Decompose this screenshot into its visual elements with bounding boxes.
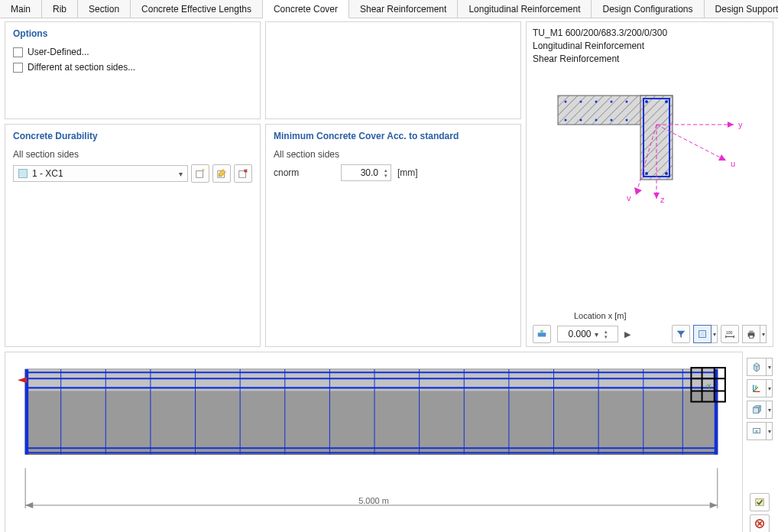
- svg-point-14: [580, 101, 582, 103]
- svg-point-17: [626, 101, 628, 103]
- svg-rect-45: [749, 336, 753, 339]
- axes-menu[interactable]: ▾: [767, 379, 773, 397]
- tab-effective-lengths[interactable]: Concrete Effective Lengths: [131, 0, 263, 18]
- options-panel: Options User-Defined... Different at sec…: [5, 21, 261, 119]
- durability-edit-button[interactable]: [212, 164, 231, 183]
- svg-point-19: [580, 119, 582, 122]
- axes-button[interactable]: y: [747, 379, 767, 397]
- nav-cube-menu[interactable]: ▾: [767, 401, 773, 419]
- print-button[interactable]: [742, 325, 760, 343]
- location-next-button[interactable]: ▶: [624, 329, 631, 339]
- svg-marker-82: [25, 502, 33, 508]
- beam-panel: -y 5.000 m: [5, 352, 743, 532]
- svg-marker-83: [710, 502, 718, 508]
- svg-point-16: [611, 101, 613, 103]
- svg-point-10: [665, 100, 668, 103]
- preview-panel: TU_M1 600/200/683.3/200/0/300 Longitudin…: [526, 21, 773, 347]
- svg-rect-44: [749, 331, 753, 333]
- section-drawing: y u v z: [533, 65, 767, 311]
- svg-rect-35: [538, 332, 546, 336]
- durability-delete-button[interactable]: [234, 164, 252, 183]
- display-mode-button[interactable]: [693, 325, 712, 343]
- durability-panel: Concrete Durability All section sides 1 …: [5, 124, 261, 347]
- chevron-down-icon: ▾: [179, 170, 183, 178]
- svg-point-21: [611, 119, 613, 122]
- svg-point-18: [565, 119, 567, 122]
- durability-dropdown[interactable]: 1 - XC1 ▾: [13, 165, 188, 182]
- min-cover-title: Minimum Concrete Cover Acc. to standard: [274, 131, 513, 141]
- durability-title: Concrete Durability: [13, 131, 252, 141]
- svg-text:v: v: [627, 193, 631, 203]
- svg-marker-27: [718, 154, 726, 161]
- svg-marker-72: [18, 377, 27, 383]
- checkbox-icon: [13, 47, 23, 57]
- tab-rib[interactable]: Rib: [42, 0, 78, 18]
- location-title: Location x [m]: [574, 311, 626, 320]
- print-menu[interactable]: ▾: [760, 325, 767, 343]
- spinner-arrows-icon: ▴▾: [384, 167, 387, 178]
- svg-text:u: u: [731, 159, 735, 168]
- chevron-down-icon: ▾: [595, 330, 598, 339]
- tab-design-config[interactable]: Design Configurations: [592, 0, 704, 18]
- svg-text:z: z: [660, 195, 665, 204]
- tab-design-supports[interactable]: Design Supports & Deflection: [705, 0, 778, 18]
- svg-rect-92: [754, 407, 759, 413]
- spinner-arrows-icon: ▴▾: [605, 329, 608, 339]
- cnorm-spinner[interactable]: 30.0 ▴▾: [341, 164, 391, 181]
- checkbox-user-defined[interactable]: User-Defined...: [13, 47, 252, 57]
- svg-text:x: x: [755, 428, 757, 433]
- svg-point-12: [665, 172, 668, 175]
- cover-empty-panel: [265, 21, 521, 119]
- view-3d-menu[interactable]: ▾: [767, 358, 773, 376]
- x-view-button[interactable]: x: [747, 422, 767, 440]
- location-spinner[interactable]: 0.000 ▾ ▴▾: [557, 326, 618, 342]
- tab-shear-reinforcement[interactable]: Shear Reinforcement: [349, 0, 458, 18]
- tab-concrete-cover[interactable]: Concrete Cover: [263, 0, 349, 18]
- svg-rect-0: [196, 171, 203, 178]
- svg-text:-y: -y: [705, 381, 712, 389]
- checkbox-icon: [13, 63, 23, 73]
- svg-point-22: [626, 119, 628, 122]
- checkbox-different-sides[interactable]: Different at section sides...: [13, 62, 252, 73]
- nav-cube-button[interactable]: [747, 401, 767, 419]
- ok-button[interactable]: [750, 493, 770, 511]
- svg-point-20: [595, 119, 598, 122]
- svg-point-9: [645, 100, 648, 103]
- x-view-menu[interactable]: ▾: [767, 422, 773, 440]
- svg-text:y: y: [738, 120, 743, 129]
- cnorm-unit: [mm]: [397, 167, 418, 178]
- tab-longitudinal-reinforcement[interactable]: Longitudinal Reinforcement: [458, 0, 592, 18]
- svg-marker-30: [634, 187, 642, 195]
- beam-length-label: 5.000 m: [358, 496, 389, 505]
- beam-side-toolbar: ▾ y ▾ ▾ x ▾: [746, 352, 773, 532]
- svg-text:100: 100: [726, 330, 733, 335]
- tab-bar: Main Rib Section Concrete Effective Leng…: [0, 0, 778, 18]
- min-cover-panel: Minimum Concrete Cover Acc. to standard …: [265, 124, 521, 347]
- tab-section[interactable]: Section: [78, 0, 131, 18]
- filter-button[interactable]: [672, 325, 690, 343]
- tab-main[interactable]: Main: [0, 0, 42, 18]
- svg-marker-33: [653, 193, 660, 199]
- options-title: Options: [13, 28, 252, 39]
- durability-subtitle: All section sides: [13, 149, 252, 160]
- svg-marker-24: [728, 122, 734, 128]
- svg-point-11: [645, 172, 648, 175]
- svg-point-13: [565, 101, 567, 103]
- svg-rect-38: [700, 332, 704, 336]
- preview-info: TU_M1 600/200/683.3/200/0/300 Longitudin…: [533, 27, 767, 65]
- svg-rect-97: [756, 499, 764, 506]
- cnorm-label: cnorm: [274, 167, 335, 178]
- durability-new-button[interactable]: [191, 164, 209, 183]
- view-3d-button[interactable]: [747, 358, 767, 376]
- min-cover-subtitle: All section sides: [274, 149, 513, 160]
- dimensions-button[interactable]: 100: [721, 325, 739, 343]
- svg-text:y: y: [754, 384, 757, 388]
- swatch-icon: [18, 169, 28, 178]
- svg-rect-36: [540, 330, 543, 333]
- cancel-button[interactable]: [750, 514, 770, 532]
- display-mode-menu[interactable]: ▾: [712, 325, 718, 343]
- pick-location-button[interactable]: [533, 325, 551, 343]
- svg-point-15: [595, 101, 598, 103]
